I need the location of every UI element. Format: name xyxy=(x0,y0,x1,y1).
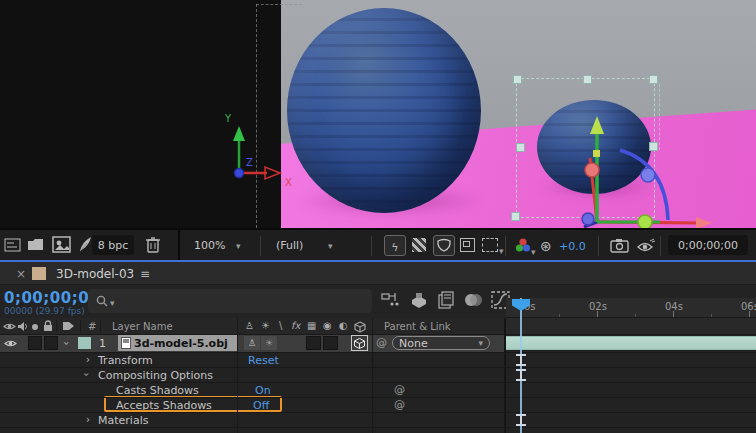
quality-switch-icon[interactable]: \ xyxy=(279,320,282,331)
timeline-search-field[interactable]: ▾ xyxy=(88,289,372,313)
transform-gizmo[interactable] xyxy=(540,106,720,228)
solo-toggle-cell[interactable] xyxy=(44,336,58,350)
selection-handle[interactable] xyxy=(583,75,592,84)
property-row-casts-shadows[interactable]: Casts Shadows On @ xyxy=(0,382,506,397)
timeline-track-divider[interactable] xyxy=(504,318,506,433)
gizmo-anchor-square xyxy=(593,150,600,157)
frame-blending-icon[interactable] xyxy=(438,291,456,309)
magnification-value[interactable]: 100% xyxy=(194,240,225,251)
motion-blur-switch-icon[interactable]: ◉ xyxy=(323,320,332,331)
channel-dropdown-icon[interactable]: ▾ xyxy=(531,247,536,257)
close-tab-icon[interactable]: × xyxy=(16,267,26,281)
take-snapshot-camera-icon[interactable] xyxy=(610,238,629,253)
green-gizmo-handle xyxy=(638,215,652,228)
show-snapshot-icon[interactable] xyxy=(636,238,656,253)
panel-divider[interactable] xyxy=(178,230,180,262)
property-name[interactable]: Materials xyxy=(98,414,148,427)
index-column-header[interactable]: # xyxy=(88,321,96,332)
lock-icon[interactable] xyxy=(43,320,53,332)
composition-viewport[interactable]: Y Z X xyxy=(0,0,756,228)
property-value[interactable]: Reset xyxy=(248,354,279,367)
current-time-display[interactable]: 0;00;00;00 xyxy=(4,289,100,307)
z-gizmo-handle xyxy=(582,213,594,225)
collapse-switch-icon[interactable]: ☀ xyxy=(261,320,270,331)
selection-handle[interactable] xyxy=(511,212,520,221)
label-tag-icon[interactable] xyxy=(62,321,75,331)
motion-blur-icon[interactable] xyxy=(463,292,485,308)
video-eye-icon[interactable] xyxy=(3,322,16,331)
grid-guides-icon[interactable] xyxy=(482,238,498,252)
mask-visibility-button[interactable] xyxy=(433,235,455,256)
layer-3d-switch[interactable] xyxy=(351,335,368,351)
selection-handle[interactable] xyxy=(513,75,522,84)
property-name[interactable]: Compositing Options xyxy=(98,369,213,382)
rotation-arc xyxy=(620,150,668,220)
preview-time-button[interactable]: 0;00;00;00 xyxy=(668,235,748,255)
layer-motion-blur-switch[interactable] xyxy=(323,336,338,350)
panel-menu-icon[interactable]: ≡ xyxy=(140,267,150,281)
fast-previews-button[interactable]: ϟ xyxy=(384,235,406,256)
solo-icon[interactable] xyxy=(32,324,38,330)
world-axes-indicator: Y Z X xyxy=(215,108,305,193)
channel-settings-icon[interactable] xyxy=(514,237,532,254)
property-pick-whip-icon[interactable]: @ xyxy=(394,383,405,396)
layer-frame-blend-switch[interactable] xyxy=(306,336,321,350)
transparency-grid-icon[interactable] xyxy=(412,238,426,252)
property-pick-whip-icon[interactable]: @ xyxy=(394,398,405,411)
layer-name-column-header[interactable]: Layer Name xyxy=(112,321,173,332)
selection-handle[interactable] xyxy=(516,143,525,152)
audio-speaker-icon[interactable] xyxy=(17,321,28,332)
search-icon xyxy=(96,295,108,307)
layer-duration-bar[interactable] xyxy=(506,336,756,350)
property-name[interactable]: Transform xyxy=(98,354,153,367)
track-ibeam-marker xyxy=(516,354,526,366)
resolution-dropdown-icon[interactable]: ▾ xyxy=(328,241,333,251)
tab-comp-title[interactable]: 3D-model-03 xyxy=(56,268,134,280)
layer-label-swatch[interactable] xyxy=(78,337,91,349)
bit-depth-button[interactable]: 8 bpc xyxy=(92,235,134,255)
adjustment-switch-icon[interactable]: ◐ xyxy=(339,320,348,331)
audio-toggle-cell[interactable] xyxy=(28,336,42,350)
mini-flowchart-icon[interactable] xyxy=(381,292,401,309)
shy-switch-icon[interactable]: ♙ xyxy=(245,320,254,331)
region-of-interest-icon[interactable] xyxy=(460,238,475,252)
large-sphere-object[interactable] xyxy=(287,8,481,213)
reset-exposure-icon[interactable]: ⊛ xyxy=(540,238,552,254)
fx-switch-icon[interactable]: fx xyxy=(291,320,300,331)
draft-3d-icon[interactable] xyxy=(409,291,429,309)
property-row-transform[interactable]: › Transform Reset xyxy=(0,352,506,367)
marker-bin-row: 5 xyxy=(506,318,756,334)
3d-cube-icon xyxy=(354,338,365,349)
3d-cube-switch-icon[interactable] xyxy=(354,321,366,333)
layer-row[interactable]: › 1 3d-model-5.obj ♙ ☀ @ xyxy=(0,334,506,352)
layer-name-cell[interactable]: 3d-model-5.obj xyxy=(118,335,237,351)
time-ruler[interactable]: 0s 02s 04s 06s xyxy=(506,298,756,318)
interpret-footage-icon[interactable] xyxy=(4,238,21,252)
frame-blend-switch-icon[interactable]: ▦ xyxy=(307,320,316,331)
property-row-compositing-options[interactable]: › Compositing Options xyxy=(0,367,506,382)
new-composition-icon[interactable] xyxy=(52,236,71,253)
layer-expander-icon[interactable]: › xyxy=(60,341,73,345)
property-row-materials[interactable]: › Materials xyxy=(0,412,506,427)
grid-guides-dropdown-icon[interactable]: ▾ xyxy=(499,246,504,256)
parent-pick-whip-icon[interactable]: @ xyxy=(376,336,387,349)
quill-icon[interactable] xyxy=(78,236,93,253)
magnification-dropdown-icon[interactable]: ▾ xyxy=(236,241,241,251)
parent-link-column-header[interactable]: Parent & Link xyxy=(384,321,451,332)
layer-visibility-eye-icon[interactable] xyxy=(4,339,17,348)
expander-icon[interactable]: › xyxy=(86,354,90,365)
resolution-value[interactable]: (Full) xyxy=(276,240,303,251)
layer-shy-switch[interactable]: ♙ xyxy=(244,336,260,350)
parent-link-dropdown[interactable]: None ▾ xyxy=(392,336,490,350)
search-options-icon[interactable]: ▾ xyxy=(110,298,115,308)
layer-column-headers: # Layer Name ♙ ☀ \ fx ▦ ◉ ◐ Parent & Lin… xyxy=(0,318,506,334)
expander-icon[interactable]: › xyxy=(81,373,92,377)
expander-icon[interactable]: › xyxy=(86,414,90,425)
new-folder-icon[interactable] xyxy=(27,237,44,251)
layer-index: 1 xyxy=(99,338,106,349)
comp-color-swatch xyxy=(32,267,46,280)
exposure-value[interactable]: +0.0 xyxy=(559,240,586,253)
layer-collapse-switch[interactable]: ☀ xyxy=(261,336,277,350)
delete-trash-icon[interactable] xyxy=(146,236,160,253)
selection-handle[interactable] xyxy=(649,75,658,84)
